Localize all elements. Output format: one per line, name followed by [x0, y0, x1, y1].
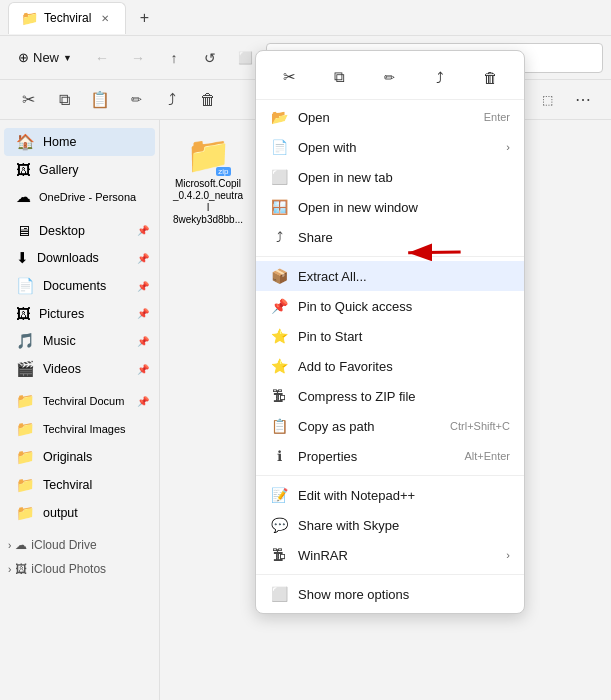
sidebar-originals-label: Originals [43, 450, 92, 464]
folder-icon-2: 📁 [16, 420, 35, 438]
copy-path-icon: 📋 [270, 418, 288, 434]
ctx-extract-all[interactable]: 📦 Extract All... [256, 261, 524, 291]
sidebar-item-onedrive[interactable]: ☁ OneDrive - Persona [4, 183, 155, 211]
sidebar-item-music[interactable]: 🎵 Music 📌 [4, 327, 155, 355]
context-toolbar: ✂ ⧉ ✏ ⤴ 🗑 [256, 55, 524, 100]
share-button[interactable]: ⤴ [156, 84, 188, 116]
compress-zip-icon: 🗜 [270, 388, 288, 404]
ctx-winrar-label: WinRAR [298, 548, 348, 563]
ctx-compress-zip-label: Compress to ZIP file [298, 389, 416, 404]
sidebar-item-videos[interactable]: 🎬 Videos 📌 [4, 355, 155, 383]
refresh-button[interactable]: ↺ [194, 42, 226, 74]
pin-icon-4: 📌 [137, 308, 149, 319]
sidebar-item-techviral-docum[interactable]: 📁 Techviral Docum 📌 [4, 387, 155, 415]
ctx-add-favorites-label: Add to Favorites [298, 359, 393, 374]
ctx-more-options[interactable]: ⬜ Show more options [256, 579, 524, 609]
back-button[interactable]: ← [86, 42, 118, 74]
copy-button[interactable]: ⧉ [48, 84, 80, 116]
icloud-drive-header[interactable]: › ☁ iCloud Drive [0, 533, 159, 557]
more-button[interactable]: ⋯ [567, 84, 599, 116]
ctx-notepadpp[interactable]: 📝 Edit with Notepad++ [256, 480, 524, 510]
sidebar-item-home-label: Home [43, 135, 76, 149]
paste-button[interactable]: 📋 [84, 84, 116, 116]
sidebar-pictures-label: Pictures [39, 307, 84, 321]
sidebar-item-pictures[interactable]: 🖼 Pictures 📌 [4, 300, 155, 327]
sidebar-techviral-images-label: Techviral Images [43, 423, 126, 435]
new-button[interactable]: ⊕ New ▼ [8, 46, 82, 69]
sidebar-item-home[interactable]: 🏠 Home [4, 128, 155, 156]
cut-button[interactable]: ✂ [12, 84, 44, 116]
ctx-open-with[interactable]: 📄 Open with › [256, 132, 524, 162]
sidebar-item-downloads[interactable]: ⬇ Downloads 📌 [4, 244, 155, 272]
context-menu: ✂ ⧉ ✏ ⤴ 🗑 📂 Open Enter 📄 Open with › ⬜ O… [255, 50, 525, 614]
open-icon: 📂 [270, 109, 288, 125]
ctx-cut-button[interactable]: ✂ [273, 61, 305, 93]
extra-button[interactable]: ⬚ [531, 84, 563, 116]
pictures-icon: 🖼 [16, 305, 31, 322]
ctx-properties-label: Properties [298, 449, 357, 464]
ctx-delete-button[interactable]: 🗑 [475, 61, 507, 93]
sidebar-item-desktop[interactable]: 🖥 Desktop 📌 [4, 217, 155, 244]
open-new-tab-icon: ⬜ [270, 169, 288, 185]
folder-icon-5: 📁 [16, 504, 35, 522]
file-item-copilot[interactable]: 📁 zip Microsoft.Copil_0.4.2.0_neutral8we… [168, 128, 248, 232]
ctx-properties[interactable]: ℹ Properties Alt+Enter [256, 441, 524, 471]
ctx-copy-path-label: Copy as path [298, 419, 375, 434]
chevron-right-icon-2: › [8, 564, 11, 575]
sidebar-item-techviral[interactable]: 📁 Techviral [4, 471, 155, 499]
sidebar-item-documents[interactable]: 📄 Documents 📌 [4, 272, 155, 300]
ctx-pin-start[interactable]: ⭐ Pin to Start [256, 321, 524, 351]
folder-icon-3: 📁 [16, 448, 35, 466]
new-tab-button[interactable]: + [130, 4, 158, 32]
pin-icon-7: 📌 [137, 396, 149, 407]
ctx-skype[interactable]: 💬 Share with Skype [256, 510, 524, 540]
ctx-compress-zip[interactable]: 🗜 Compress to ZIP file [256, 381, 524, 411]
folder-icon-4: 📁 [16, 476, 35, 494]
ctx-share[interactable]: ⤴ Share [256, 222, 524, 252]
ctx-rename-button[interactable]: ✏ [374, 61, 406, 93]
ctx-open-new-tab[interactable]: ⬜ Open in new tab [256, 162, 524, 192]
ctx-winrar[interactable]: 🗜 WinRAR › [256, 540, 524, 570]
browser-tab[interactable]: 📁 Techviral ✕ [8, 2, 126, 34]
sidebar-item-originals[interactable]: 📁 Originals [4, 443, 155, 471]
documents-icon: 📄 [16, 277, 35, 295]
ctx-open-with-arrow: › [506, 141, 510, 153]
icloud-photos-icon: 🖼 [15, 562, 27, 576]
ctx-properties-shortcut: Alt+Enter [464, 450, 510, 462]
ctx-share-icon: ⤴ [270, 229, 288, 245]
sidebar-videos-label: Videos [43, 362, 81, 376]
icloud-drive-icon: ☁ [15, 538, 27, 552]
ctx-add-favorites[interactable]: ⭐ Add to Favorites [256, 351, 524, 381]
icloud-photos-header[interactable]: › 🖼 iCloud Photos [0, 557, 159, 581]
zip-badge: zip [216, 167, 230, 176]
forward-button[interactable]: → [122, 42, 154, 74]
ctx-copy-path[interactable]: 📋 Copy as path Ctrl+Shift+C [256, 411, 524, 441]
delete-button[interactable]: 🗑 [192, 84, 224, 116]
up-button[interactable]: ↑ [158, 42, 190, 74]
separator-3 [256, 574, 524, 575]
sidebar-item-onedrive-label: OneDrive - Persona [39, 191, 136, 203]
rename-button[interactable]: ✏ [120, 84, 152, 116]
tab-close-button[interactable]: ✕ [97, 10, 113, 26]
ctx-share-button[interactable]: ⤴ [424, 61, 456, 93]
sidebar-item-gallery[interactable]: 🖼 Gallery [4, 156, 155, 183]
icloud-photos-label: iCloud Photos [31, 562, 106, 576]
onedrive-icon: ☁ [16, 188, 31, 206]
pin-icon-2: 📌 [137, 253, 149, 264]
skype-icon: 💬 [270, 517, 288, 533]
separator-1 [256, 256, 524, 257]
sidebar-item-techviral-images[interactable]: 📁 Techviral Images [4, 415, 155, 443]
music-icon: 🎵 [16, 332, 35, 350]
new-button-icon: ⊕ [18, 50, 29, 65]
ctx-open[interactable]: 📂 Open Enter [256, 102, 524, 132]
ctx-copy-path-shortcut: Ctrl+Shift+C [450, 420, 510, 432]
new-button-chevron: ▼ [63, 53, 72, 63]
notepadpp-icon: 📝 [270, 487, 288, 503]
ctx-pin-quick[interactable]: 📌 Pin to Quick access [256, 291, 524, 321]
ctx-copy-button[interactable]: ⧉ [324, 61, 356, 93]
sidebar-item-output[interactable]: 📁 output [4, 499, 155, 527]
gallery-icon: 🖼 [16, 161, 31, 178]
ctx-open-new-window[interactable]: 🪟 Open in new window [256, 192, 524, 222]
separator-2 [256, 475, 524, 476]
zip-icon-wrapper: 📁 zip [186, 134, 231, 176]
